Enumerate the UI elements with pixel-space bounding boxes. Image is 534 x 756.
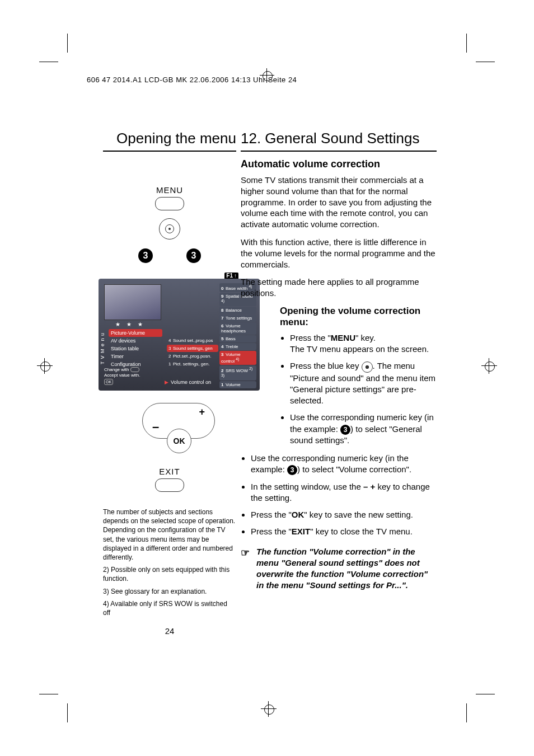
circled-3-icon: 3 xyxy=(138,248,153,263)
osd-screenshot: F1 ★ ★ ★ T V M e n u Picture-Volume AV d… xyxy=(99,279,260,391)
fineprint-line: 4) Available only if SRS WOW is switched… xyxy=(103,599,236,617)
paragraph: The setting made here applies to all pro… xyxy=(241,276,437,299)
paragraph: With this function active, there is litt… xyxy=(241,237,437,270)
manual-page: 606 47 2014.A1 LCD-GB MK 22.06.2006 14:1… xyxy=(0,0,534,756)
rating-stars-icon: ★ ★ ★ xyxy=(115,321,145,327)
fineprint-line: The number of subjects and sections depe… xyxy=(103,508,236,562)
left-title-rule xyxy=(103,151,236,152)
blue-key-icon xyxy=(362,361,373,373)
steps-heading: Opening the volume correction menu: xyxy=(280,306,437,328)
right-column: 12. General Sound Settings Automatic vol… xyxy=(241,130,437,600)
f1-tab: F1 xyxy=(224,273,238,279)
ok-key-icon: OK xyxy=(167,429,191,453)
right-title: 12. General Sound Settings xyxy=(241,130,437,147)
plus-icon: + xyxy=(199,406,205,418)
paragraph: Some TV stations transmit their commerci… xyxy=(241,175,437,230)
exit-key-icon xyxy=(155,478,184,492)
subtitle: Automatic volume correction xyxy=(241,158,437,170)
page-number: 24 xyxy=(103,626,236,636)
steps-list-full: Use the corresponding numeric key (in th… xyxy=(241,453,437,538)
osd-footer: ▶Volume control on xyxy=(165,379,211,385)
step-item: Press the "OK" key to save the new setti… xyxy=(251,509,437,520)
step-item: Press the "EXIT" key to close the TV men… xyxy=(251,526,437,537)
osd-left-menu: Picture-Volume AV devices Station table … xyxy=(109,329,162,368)
remote-illustration: MENU 3 3 xyxy=(103,185,236,263)
step-item: Use the corresponding numeric key (in th… xyxy=(290,412,437,446)
note: ☞ The function "Volume correction" in th… xyxy=(241,546,437,591)
step-item: Press the blue key . The menu "Picture a… xyxy=(290,360,437,406)
right-title-rule xyxy=(241,151,437,152)
fineprint-line: 3) See glossary for an explanation. xyxy=(103,587,236,596)
fineprint: The number of subjects and sections depe… xyxy=(103,508,236,617)
tv-menu-vertical-label: T V M e n u xyxy=(100,332,105,364)
blue-key-icon xyxy=(159,218,180,240)
osd-left-item: AV devices xyxy=(109,337,162,345)
exit-key-block: EXIT xyxy=(103,467,236,492)
osd-hint: Change with Accept value with. OK xyxy=(104,367,140,385)
circled-3-icon: 3 xyxy=(186,248,201,263)
tv-preview-thumbnail xyxy=(104,284,161,320)
menu-key-label: MENU xyxy=(103,185,236,195)
pointing-hand-icon: ☞ xyxy=(241,546,250,560)
numeric-key-hint: 3 3 xyxy=(103,248,236,263)
registration-mark xyxy=(260,68,274,83)
osd-left-item: Station table xyxy=(109,345,162,353)
circled-3-icon: 3 xyxy=(287,465,297,475)
left-title: Opening the menu xyxy=(103,130,236,147)
fineprint-line: 2) Possible only on sets equipped with t… xyxy=(103,565,236,583)
step-item: Use the corresponding numeric key (in th… xyxy=(251,453,437,476)
steps-list-indented: Press the "MENU" key. The TV menu appear… xyxy=(280,332,437,446)
step-item: In the setting window, use the – + key t… xyxy=(251,481,437,504)
menu-key-icon xyxy=(155,197,184,210)
step-item: Press the "MENU" key. The TV menu appear… xyxy=(290,332,437,355)
osd-left-item: Picture-Volume xyxy=(109,329,162,337)
osd-left-item: Timer xyxy=(109,353,162,360)
circled-3-icon: 3 xyxy=(340,425,350,435)
minus-icon: – xyxy=(152,420,159,434)
osd-middle-menu: 4Sound set.,prog.pos 3Sound settings, ge… xyxy=(167,337,218,368)
ok-rocker-illustration: + – OK xyxy=(142,403,215,459)
left-column: Opening the menu MENU 3 3 F1 ★ ★ ★ T V M… xyxy=(103,130,236,636)
exit-key-label: EXIT xyxy=(103,467,236,476)
